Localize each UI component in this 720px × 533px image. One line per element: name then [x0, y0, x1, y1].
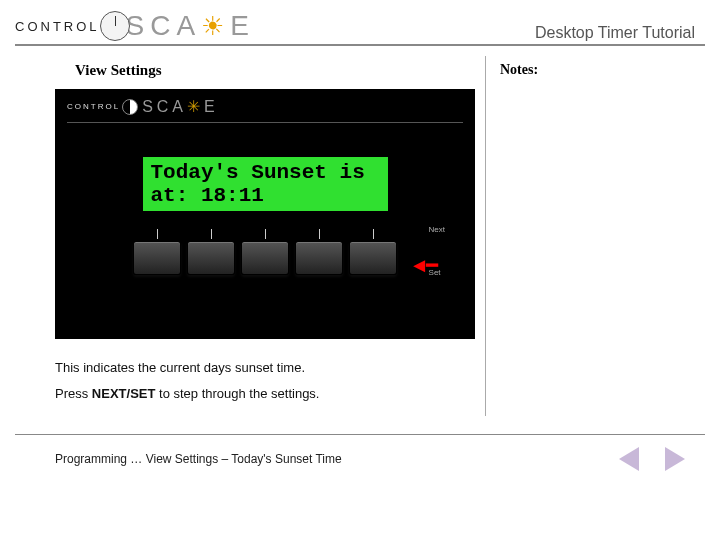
desc-line-1: This indicates the current days sunset t…	[55, 357, 475, 379]
lcd-display: Today's Sunset is at: 18:11	[143, 157, 388, 211]
hw-button-5-next-set	[349, 241, 397, 275]
header: CONTROL SCA☀E Desktop Timer Tutorial	[15, 10, 705, 46]
device-sun-icon: ✳	[187, 98, 204, 115]
next-button[interactable]	[665, 447, 685, 471]
device-clock-icon	[122, 99, 138, 115]
hardware-button-row: Next Set ◄━	[67, 229, 463, 275]
prev-button[interactable]	[619, 447, 639, 471]
clock-icon	[100, 11, 130, 41]
section-heading: View Settings	[75, 62, 475, 79]
sun-icon: ☀	[201, 11, 230, 41]
btn-label-next: Next	[429, 225, 445, 234]
logo-text-control: CONTROL	[15, 19, 100, 34]
lcd-line-1: Today's Sunset is	[151, 161, 380, 184]
desc-line-2: Press NEXT/SET to step through the setti…	[55, 383, 475, 405]
notes-heading: Notes:	[500, 62, 665, 78]
hw-button-2	[187, 241, 235, 275]
device-screenshot: CONTROL SCA✳E Today's Sunset is at: 18:1…	[55, 89, 475, 339]
page-title: Desktop Timer Tutorial	[535, 24, 705, 42]
red-arrow-icon: ◄━	[409, 253, 435, 277]
nav-arrows	[619, 447, 685, 471]
brand-logo: CONTROL SCA☀E	[15, 10, 255, 42]
hw-button-1	[133, 241, 181, 275]
hw-button-4	[295, 241, 343, 275]
lcd-line-2: at: 18:11	[151, 184, 380, 207]
description: This indicates the current days sunset t…	[55, 357, 475, 405]
footer-divider	[15, 434, 705, 435]
hw-button-3	[241, 241, 289, 275]
breadcrumb: Programming … View Settings – Today's Su…	[55, 452, 342, 466]
logo-text-scape: SCA☀E	[126, 10, 255, 42]
device-logo: CONTROL SCA✳E	[67, 97, 463, 123]
notes-panel: Notes:	[485, 56, 665, 416]
